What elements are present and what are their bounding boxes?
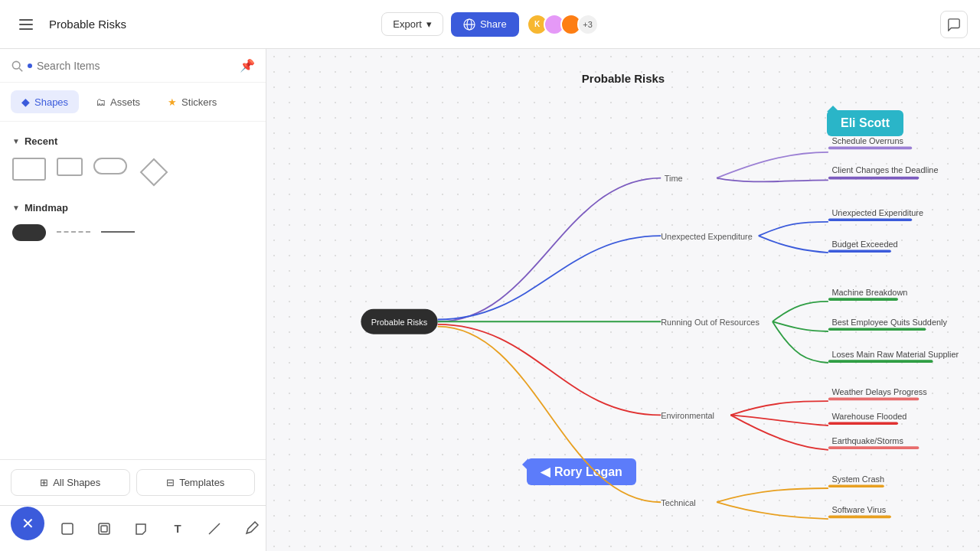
menu-button[interactable] [12, 11, 40, 38]
tab-assets-label: Assets [110, 96, 140, 108]
export-label: Export [393, 18, 422, 30]
svg-line-8 [209, 523, 220, 534]
templates-icon: ⊟ [166, 477, 175, 488]
text-tool-button[interactable]: T [164, 515, 191, 543]
tab-shapes-label: Shapes [34, 96, 68, 108]
svg-rect-14 [828, 177, 919, 180]
line-tool-button[interactable] [201, 515, 228, 543]
svg-rect-22 [828, 298, 898, 301]
svg-rect-6 [99, 523, 109, 534]
all-shapes-label: All Shapes [53, 477, 100, 488]
pen-tool-button[interactable] [237, 515, 265, 543]
svg-line-4 [19, 68, 22, 71]
draw-tools: T [54, 515, 265, 543]
tab-stickers-label: Stickers [181, 96, 217, 108]
shape-pill[interactable] [93, 158, 127, 187]
svg-text:Best Employee Quits Suddenly: Best Employee Quits Suddenly [831, 318, 947, 327]
select-icon [60, 521, 75, 536]
sidebar: 📌 ◆ Shapes 🗂 Assets ★ Stickers ▼ Recent [0, 49, 266, 551]
shape-rect[interactable] [12, 158, 46, 187]
chat-icon [947, 18, 961, 31]
shape-diamond[interactable] [138, 158, 170, 187]
shape-mm-node[interactable] [12, 224, 46, 241]
doc-title: Probable Risks [49, 18, 372, 31]
tab-shapes[interactable]: ◆ Shapes [11, 90, 79, 113]
svg-point-3 [12, 61, 20, 69]
all-shapes-icon: ⊞ [40, 477, 48, 488]
chat-button[interactable] [940, 11, 968, 38]
frame-icon [96, 521, 112, 536]
sidebar-search-area: 📌 [0, 49, 266, 83]
pin-button[interactable]: 📌 [240, 58, 255, 73]
tab-stickers[interactable]: ★ Stickers [157, 90, 227, 113]
svg-text:Schedule Overruns: Schedule Overruns [831, 136, 903, 145]
topbar: Probable Risks Export ▾ Share K +3 [0, 0, 980, 49]
svg-text:Technical: Technical [661, 498, 696, 507]
svg-text:Running Out of Resources: Running Out of Resources [661, 318, 760, 327]
mindmap-arrow-icon: ▼ [12, 204, 20, 212]
avatars: K +3 [527, 14, 599, 35]
search-wrap [11, 60, 234, 72]
svg-text:Time: Time [665, 174, 683, 183]
shape-mm-dash[interactable] [57, 224, 90, 241]
svg-text:Environmental: Environmental [661, 411, 714, 420]
svg-rect-31 [828, 422, 898, 425]
svg-rect-17 [828, 218, 912, 221]
section-mindmap-header[interactable]: ▼ Mindmap [0, 196, 266, 220]
hamburger-icon [19, 19, 33, 30]
shape-mm-line[interactable] [101, 224, 135, 241]
tab-assets[interactable]: 🗂 Assets [85, 90, 151, 113]
templates-label: Templates [179, 477, 224, 488]
svg-rect-36 [828, 484, 884, 487]
svg-rect-19 [828, 249, 891, 253]
svg-rect-12 [828, 147, 912, 150]
search-icon [11, 60, 23, 72]
sidebar-content: ▼ Recent ▼ Mindmap [0, 122, 266, 459]
main-layout: 📌 ◆ Shapes 🗂 Assets ★ Stickers ▼ Recent [0, 49, 980, 551]
svg-text:Probable Risks: Probable Risks [371, 318, 428, 327]
svg-text:Weather Delays Progress: Weather Delays Progress [831, 387, 927, 396]
share-label: Share [480, 18, 507, 30]
topbar-actions: Export ▾ Share K +3 [381, 12, 598, 37]
canvas-area[interactable]: Probable Risks Eli Scott ◀ Rory Logan Pr… [266, 49, 980, 551]
svg-rect-33 [828, 446, 919, 449]
close-button[interactable]: ✕ [11, 507, 44, 540]
recent-arrow-icon: ▼ [12, 137, 20, 145]
section-recent-label: Recent [24, 135, 57, 147]
search-input[interactable] [37, 60, 234, 72]
assets-icon: 🗂 [96, 96, 106, 108]
svg-text:Budget Exceeded: Budget Exceeded [831, 240, 897, 249]
svg-text:Software Virus: Software Virus [831, 505, 886, 514]
sticky-icon [133, 521, 149, 536]
sticky-tool-button[interactable] [127, 515, 155, 543]
templates-button[interactable]: ⊟ Templates [136, 469, 256, 496]
shape-rect-sm[interactable] [57, 158, 83, 187]
frame-tool-button[interactable] [90, 515, 118, 543]
section-recent-header[interactable]: ▼ Recent [0, 129, 266, 153]
svg-rect-5 [62, 523, 73, 534]
svg-rect-38 [828, 516, 891, 519]
select-tool-button[interactable] [54, 515, 81, 543]
mindmap-svg: Probable Risks Time Schedule Overruns Cl… [266, 49, 980, 551]
svg-text:System Crash: System Crash [831, 474, 884, 484]
svg-text:Unexpected Expenditure: Unexpected Expenditure [661, 232, 753, 241]
stickers-icon: ★ [168, 96, 177, 108]
svg-text:Loses Main Raw Material Suppli: Loses Main Raw Material Supplier [831, 350, 959, 359]
all-shapes-button[interactable]: ⊞ All Shapes [11, 469, 130, 496]
svg-rect-7 [101, 526, 107, 532]
svg-text:Earthquake/Storms: Earthquake/Storms [831, 436, 903, 445]
svg-text:Warehouse Flooded: Warehouse Flooded [831, 412, 906, 421]
section-mindmap-label: Mindmap [24, 202, 68, 214]
svg-text:Unexpected Expenditure: Unexpected Expenditure [831, 208, 923, 217]
svg-rect-24 [828, 328, 926, 331]
sidebar-tabs: ◆ Shapes 🗂 Assets ★ Stickers [0, 83, 266, 122]
search-dot [28, 64, 32, 68]
export-button[interactable]: Export ▾ [381, 12, 443, 36]
share-button[interactable]: Share [451, 12, 519, 37]
sidebar-bottom-buttons: ⊞ All Shapes ⊟ Templates [0, 459, 266, 505]
shapes-icon: ◆ [21, 96, 30, 108]
draw-toolbar: ✕ [0, 505, 266, 551]
svg-rect-29 [828, 398, 919, 401]
avatar-count: +3 [577, 14, 599, 35]
chevron-down-icon: ▾ [426, 18, 432, 30]
